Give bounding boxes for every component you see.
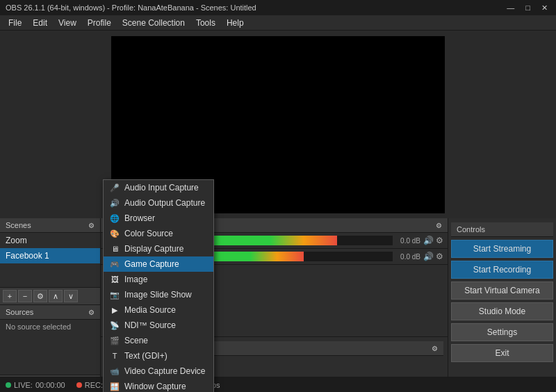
- scenes-panel-header: Scenes ⚙: [0, 218, 100, 233]
- ctx-window-capture[interactable]: 🪟 Window Capture: [104, 379, 213, 392]
- menu-profile[interactable]: Profile: [82, 17, 117, 29]
- ctx-text-gdi-label: Text (GDI+): [124, 351, 167, 361]
- ctx-media-source-label: Media Source: [124, 305, 176, 315]
- audio-input-icon: 🎤: [109, 183, 120, 193]
- ctx-browser[interactable]: 🌐 Browser: [104, 211, 213, 226]
- controls-panel: Controls Start Streaming Start Recording…: [448, 218, 556, 392]
- image-icon: 🖼: [109, 275, 120, 284]
- start-virtual-camera-button[interactable]: Start Virtual Camera: [451, 281, 553, 300]
- context-menu: 🎤 Audio Input Capture 🔊 Audio Output Cap…: [103, 179, 214, 392]
- ctx-image-slide-show-label: Image Slide Show: [124, 290, 192, 300]
- menu-edit[interactable]: Edit: [27, 17, 53, 29]
- ctx-image-slide-show[interactable]: 📷 Image Slide Show: [104, 287, 213, 302]
- ctx-scene-label: Scene: [124, 336, 148, 345]
- menu-scene-collection[interactable]: Scene Collection: [117, 17, 190, 29]
- video-capture-icon: 📹: [109, 367, 120, 376]
- scene-item-zoom[interactable]: Zoom: [0, 233, 100, 248]
- menu-help[interactable]: Help: [221, 17, 250, 29]
- menu-file[interactable]: File: [3, 17, 27, 29]
- menu-view[interactable]: View: [53, 17, 82, 29]
- scenes-gear-button[interactable]: ⚙: [33, 290, 47, 302]
- ctx-audio-output[interactable]: 🔊 Audio Output Capture: [104, 195, 213, 211]
- start-recording-button[interactable]: Start Recording: [451, 261, 553, 279]
- mute-icon-mic[interactable]: 🔊: [423, 252, 434, 261]
- scene-list: Zoom Facebook 1: [0, 233, 100, 287]
- studio-mode-button[interactable]: Studio Mode: [451, 302, 553, 320]
- menu-tools[interactable]: Tools: [190, 17, 221, 29]
- scenes-add-button[interactable]: +: [3, 290, 17, 302]
- controls-panel-header: Controls: [451, 222, 553, 237]
- color-source-icon: 🎨: [109, 229, 120, 238]
- browser-icon: 🌐: [109, 214, 120, 223]
- scenes-panel: Scenes ⚙ Zoom Facebook 1 + − ⚙ ∧ ∨: [0, 218, 100, 305]
- settings-icon-mic[interactable]: ⚙: [436, 252, 443, 261]
- ctx-display-capture-label: Display Capture: [124, 244, 183, 254]
- ctx-display-capture[interactable]: 🖥 Display Capture: [104, 241, 213, 256]
- maximize-button[interactable]: □: [523, 3, 533, 13]
- live-indicator: [6, 382, 11, 388]
- scenes-toolbar: + − ⚙ ∧ ∨: [0, 287, 100, 304]
- rec-label: REC:: [85, 381, 103, 389]
- audio-output-icon: 🔊: [109, 199, 120, 208]
- ctx-audio-output-label: Audio Output Capture: [124, 198, 205, 208]
- settings-button[interactable]: Settings: [451, 323, 553, 341]
- window-capture-icon: 🪟: [109, 382, 120, 391]
- status-live: LIVE: 00:00:00: [6, 381, 65, 389]
- status-bar: LIVE: 00:00:00 REC: 00:00:00 CPU: 1.7%, …: [0, 377, 556, 392]
- minimize-button[interactable]: —: [504, 3, 517, 13]
- scenes-dock-icon: ⚙: [88, 222, 95, 229]
- scenes-up-button[interactable]: ∧: [49, 290, 63, 302]
- ctx-video-capture-label: Video Capture Device: [124, 366, 206, 376]
- scene-transitions-dock-icon: ⚙: [432, 345, 438, 352]
- ctx-color-source-label: Color Source: [124, 229, 173, 238]
- preview-area: [0, 31, 556, 218]
- ctx-color-source[interactable]: 🎨 Color Source: [104, 226, 213, 241]
- sources-dock-icon: ⚙: [88, 309, 95, 316]
- ctx-audio-input[interactable]: 🎤 Audio Input Capture: [104, 180, 213, 195]
- ctx-text-gdi[interactable]: T Text (GDI+): [104, 348, 213, 364]
- ctx-game-capture-label: Game Capture: [124, 259, 179, 269]
- sources-label: Sources: [6, 308, 33, 316]
- ctx-ndi-source[interactable]: 📡 NDI™ Source: [104, 318, 213, 333]
- audio-db-mic: 0.0 dB: [395, 253, 420, 261]
- ctx-browser-label: Browser: [124, 213, 155, 223]
- audio-db-desktop: 0.0 dB: [395, 237, 420, 245]
- ctx-media-source[interactable]: ▶ Media Source: [104, 302, 213, 318]
- ctx-window-capture-label: Window Capture: [124, 382, 186, 391]
- menu-bar: File Edit View Profile Scene Collection …: [0, 15, 556, 31]
- left-panels: Scenes ⚙ Zoom Facebook 1 + − ⚙ ∧ ∨: [0, 218, 101, 392]
- ndi-source-icon: 📡: [109, 321, 120, 330]
- scene-item-facebook1[interactable]: Facebook 1: [0, 248, 100, 263]
- exit-button[interactable]: Exit: [451, 344, 553, 362]
- scenes-label: Scenes: [6, 221, 31, 229]
- ctx-ndi-source-label: NDI™ Source: [124, 320, 176, 330]
- scene-icon: 🎬: [109, 336, 120, 345]
- settings-icon-desktop[interactable]: ⚙: [436, 236, 443, 245]
- ctx-video-capture[interactable]: 📹 Video Capture Device: [104, 364, 213, 379]
- window-title: OBS 26.1.1 (64-bit, windows) - Profile: …: [6, 3, 256, 12]
- audio-controls-mic: 🔊 ⚙: [423, 252, 443, 261]
- bottom-panels: Scenes ⚙ Zoom Facebook 1 + − ⚙ ∧ ∨: [0, 218, 556, 392]
- display-capture-icon: 🖥: [109, 245, 120, 253]
- controls-label: Controls: [457, 225, 485, 234]
- mute-icon-desktop[interactable]: 🔊: [423, 236, 434, 245]
- ctx-image[interactable]: 🖼 Image: [104, 272, 213, 287]
- scenes-down-button[interactable]: ∨: [64, 290, 78, 302]
- start-streaming-button[interactable]: Start Streaming: [451, 240, 553, 258]
- ctx-scene[interactable]: 🎬 Scene: [104, 333, 213, 348]
- media-source-icon: ▶: [109, 306, 120, 315]
- audio-mixer-dock-icon: ⚙: [436, 222, 442, 229]
- main-layout: Scenes ⚙ Zoom Facebook 1 + − ⚙ ∧ ∨: [0, 31, 556, 392]
- text-gdi-icon: T: [109, 352, 120, 360]
- ctx-audio-input-label: Audio Input Capture: [124, 183, 199, 193]
- game-capture-icon: 🎮: [109, 260, 120, 269]
- close-button[interactable]: ✕: [539, 3, 550, 13]
- window-controls: — □ ✕: [504, 3, 550, 13]
- scenes-remove-button[interactable]: −: [18, 290, 32, 302]
- ctx-game-capture[interactable]: 🎮 Game Capture: [104, 256, 213, 272]
- audio-controls-desktop: 🔊 ⚙: [423, 236, 443, 245]
- ctx-image-label: Image: [124, 275, 147, 284]
- image-slide-show-icon: 📷: [109, 291, 120, 300]
- sources-panel-header: Sources ⚙: [0, 305, 100, 320]
- live-time: 00:00:00: [35, 381, 65, 389]
